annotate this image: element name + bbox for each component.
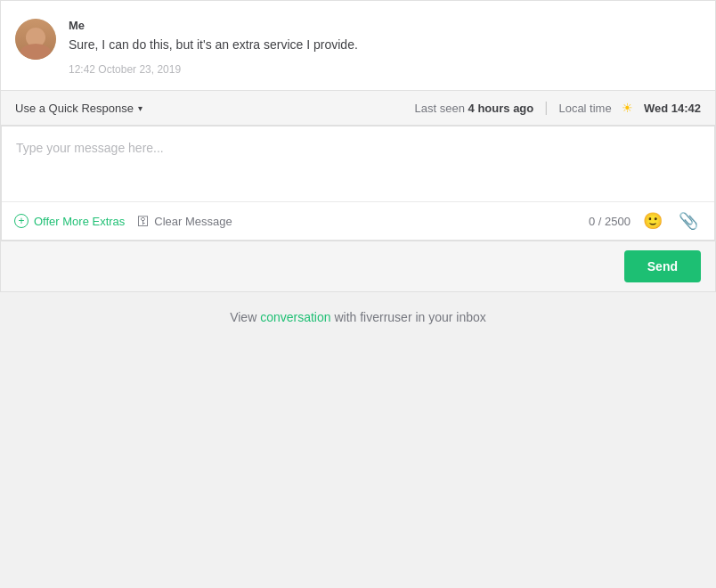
char-limit-value: 2500 bbox=[605, 215, 631, 228]
local-time-label: Local time bbox=[558, 102, 611, 115]
message-input[interactable] bbox=[2, 127, 714, 198]
char-count-value: 0 bbox=[589, 215, 595, 228]
send-button[interactable]: Send bbox=[624, 250, 701, 282]
footer-suffix: with fiverruser in your inbox bbox=[331, 310, 486, 324]
eraser-icon: ⚿ bbox=[137, 214, 150, 228]
message-row: Me Sure, I can do this, but it's an extr… bbox=[15, 19, 701, 76]
message-area: Me Sure, I can do this, but it's an extr… bbox=[1, 1, 715, 91]
last-seen-text: Last seen 4 hours ago bbox=[415, 102, 534, 115]
conversation-link[interactable]: conversation bbox=[260, 310, 330, 324]
chat-container: Me Sure, I can do this, but it's an extr… bbox=[0, 0, 716, 292]
compose-area: + Offer More Extras ⚿ Clear Message 0 / … bbox=[2, 127, 714, 240]
message-content: Me Sure, I can do this, but it's an extr… bbox=[69, 19, 701, 76]
local-time: Local time ☀ Wed 14:42 bbox=[558, 101, 701, 115]
footer-area: View conversation with fiverruser in you… bbox=[0, 292, 716, 342]
clear-message-label: Clear Message bbox=[154, 215, 232, 228]
attach-button[interactable]: 📎 bbox=[675, 211, 702, 231]
message-time: 12:42 October 23, 2019 bbox=[69, 63, 701, 76]
quick-response-button[interactable]: Use a Quick Response ▾ bbox=[15, 102, 142, 115]
char-count-display: 0 / 2500 bbox=[589, 215, 631, 228]
offer-extras-button[interactable]: + Offer More Extras bbox=[14, 214, 125, 228]
avatar bbox=[15, 19, 56, 60]
plus-circle-icon: + bbox=[14, 214, 28, 228]
message-sender: Me bbox=[69, 19, 701, 32]
compose-actions: + Offer More Extras ⚿ Clear Message 0 / … bbox=[2, 201, 714, 240]
emoji-button[interactable]: 🙂 bbox=[639, 211, 666, 231]
char-count-area: 0 / 2500 🙂 📎 bbox=[589, 211, 702, 231]
message-text: Sure, I can do this, but it's an extra s… bbox=[69, 36, 701, 54]
last-seen-label: Last seen bbox=[415, 102, 465, 115]
last-seen-value: 4 hours ago bbox=[468, 102, 534, 115]
local-time-value: Wed 14:42 bbox=[644, 102, 701, 115]
toolbar-area: Use a Quick Response ▾ Last seen 4 hours… bbox=[1, 91, 715, 126]
status-area: Last seen 4 hours ago | Local time ☀ Wed… bbox=[415, 100, 701, 116]
quick-response-label: Use a Quick Response bbox=[15, 102, 134, 115]
offer-extras-label: Offer More Extras bbox=[34, 215, 125, 228]
status-divider: | bbox=[544, 100, 548, 116]
footer-prefix: View bbox=[230, 310, 260, 324]
clear-message-button[interactable]: ⚿ Clear Message bbox=[125, 214, 244, 228]
avatar-image bbox=[15, 19, 56, 60]
chevron-down-icon: ▾ bbox=[138, 103, 142, 113]
sun-icon: ☀ bbox=[622, 101, 633, 115]
send-area: Send bbox=[1, 241, 715, 291]
compose-wrapper: + Offer More Extras ⚿ Clear Message 0 / … bbox=[1, 126, 715, 241]
